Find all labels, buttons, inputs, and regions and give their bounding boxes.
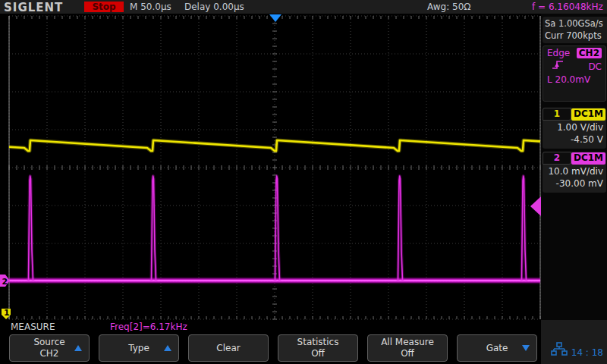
down-arrow-icon bbox=[522, 345, 530, 351]
ch2-marker-label: 2 bbox=[2, 277, 8, 287]
ch1-ground-marker[interactable]: 1 bbox=[2, 308, 11, 319]
trigger-info-box[interactable]: Edge CH2 DC L 20.0mV bbox=[543, 46, 606, 102]
acquisition-info-box: Sa 1.00GSa/s Curr 700kpts bbox=[543, 17, 607, 43]
up-arrow-icon bbox=[164, 345, 171, 351]
trigger-level: L 20.0mV bbox=[547, 74, 590, 85]
channel2-coupling-badge: DC1M bbox=[571, 152, 605, 165]
lan-network-icon bbox=[550, 342, 568, 360]
channel1-offset: -4.50 V bbox=[543, 133, 603, 146]
statistics-button-label: Statistics bbox=[297, 337, 339, 348]
source-button-value: CH2 bbox=[39, 348, 58, 359]
all-measure-button-value: Off bbox=[401, 348, 414, 359]
ch2-ground-marker[interactable]: 2 bbox=[0, 275, 10, 287]
softkey-menu: Source CH2 Type Clear Statistics Off All… bbox=[0, 334, 541, 364]
channel2-scale: 10.0 mV/div bbox=[543, 165, 603, 177]
ch1-marker-label: 1 bbox=[4, 308, 10, 318]
channel1-number: 1 bbox=[543, 108, 571, 121]
channel2-info-box[interactable]: 2 DC1M 10.0 mV/div -30.00 mV bbox=[543, 152, 606, 193]
siglent-logo: SIGLENT bbox=[4, 1, 63, 14]
trigger-position-marker[interactable] bbox=[269, 14, 281, 22]
clear-button[interactable]: Clear bbox=[188, 334, 269, 362]
awg-load-readout: Awg: 50Ω bbox=[427, 2, 470, 12]
measure-menu-title: MEASURE bbox=[11, 322, 55, 332]
waveform-svg: 2 1 bbox=[0, 14, 541, 320]
oscilloscope-screen: SIGLENT Stop M 50.0µs Delay 0.00µs Awg: … bbox=[0, 0, 607, 364]
top-status-bar: SIGLENT Stop M 50.0µs Delay 0.00µs Awg: … bbox=[0, 0, 607, 14]
trigger-coupling: DC bbox=[588, 61, 602, 72]
gate-button[interactable]: Gate bbox=[457, 334, 537, 362]
type-button[interactable]: Type bbox=[99, 334, 179, 362]
up-arrow-icon bbox=[74, 345, 82, 351]
statistics-button-value: Off bbox=[311, 348, 325, 359]
clear-button-label: Clear bbox=[216, 343, 240, 354]
clock: 14 : 18 bbox=[571, 347, 603, 358]
right-sidebar: Sa 1.00GSa/s Curr 700kpts Edge CH2 DC L … bbox=[541, 14, 607, 320]
trigger-level-marker[interactable] bbox=[530, 196, 541, 216]
channel1-info-box[interactable]: 1 DC1M 1.00 V/div -4.50 V bbox=[543, 108, 606, 149]
sample-rate: Sa 1.00GSa/s bbox=[545, 17, 607, 30]
gate-button-label: Gate bbox=[486, 343, 508, 354]
memory-depth: Curr 700kpts bbox=[545, 30, 607, 42]
measure-freq-readout: Freq[2]=6.17kHz bbox=[110, 322, 187, 332]
all-measure-button-label: All Measure bbox=[381, 337, 434, 348]
channel2-number: 2 bbox=[543, 152, 571, 165]
trigger-source-badge: CH2 bbox=[577, 48, 602, 58]
acquisition-status-badge: Stop bbox=[84, 2, 124, 12]
rising-edge-icon bbox=[552, 60, 564, 73]
channel1-scale: 1.00 V/div bbox=[543, 121, 603, 133]
delay-readout: Delay 0.00µs bbox=[184, 2, 244, 12]
all-measure-button[interactable]: All Measure Off bbox=[367, 334, 448, 362]
waveform-display: 2 1 bbox=[0, 14, 541, 320]
statistics-button[interactable]: Statistics Off bbox=[278, 334, 358, 362]
source-button[interactable]: Source CH2 bbox=[9, 334, 90, 362]
frequency-counter-readout: f = 6.16048kHz bbox=[532, 2, 603, 12]
trace-layer bbox=[9, 140, 540, 281]
trigger-mode: Edge bbox=[547, 48, 570, 58]
source-button-label: Source bbox=[33, 337, 64, 348]
timebase-readout: M 50.0µs bbox=[130, 2, 171, 12]
type-button-label: Type bbox=[128, 343, 149, 354]
channel1-coupling-badge: DC1M bbox=[571, 108, 605, 121]
status-corner: 14 : 18 bbox=[541, 320, 607, 364]
measure-row: MEASURE Freq[2]=6.17kHz bbox=[0, 319, 541, 333]
channel2-offset: -30.00 mV bbox=[543, 177, 603, 190]
ch1-trace-glow bbox=[9, 140, 540, 151]
